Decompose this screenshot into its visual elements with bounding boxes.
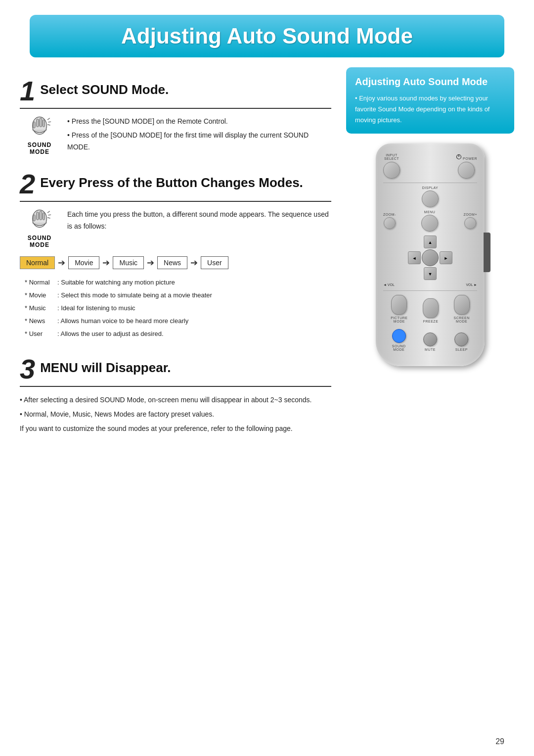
display-btn[interactable] (422, 190, 439, 207)
step2-section: 2 Every Press of the Button Changes Mode… (20, 170, 331, 340)
mute-label: MUTE (425, 348, 436, 351)
step1-title: Select SOUND Mode. (40, 77, 169, 97)
zoom-plus-label: ZOOM+ (463, 213, 477, 216)
step2-body-text: Each time you press the button, a differ… (67, 209, 331, 233)
dpad-up[interactable]: ▲ (424, 236, 437, 248)
step3-bullet2: • Normal, Movie, Music, News Modes are f… (20, 408, 312, 421)
mode-desc-news: * News : Allows human voice to be heard … (25, 315, 331, 328)
remote-top-row: INPUTSELECT POWER (383, 153, 477, 179)
step1-icon: SOUNDMODE (20, 116, 59, 155)
vol-right-label: VOL ► (466, 283, 477, 286)
step3-number: 3 (20, 355, 35, 383)
power-btn[interactable] (458, 162, 475, 179)
input-select-label: INPUTSELECT (384, 153, 399, 160)
vol-left-label: ◄ VOL (383, 283, 395, 286)
step1-header: 1 Select SOUND Mode. (20, 77, 331, 109)
step3-title: MENU will Disappear. (40, 355, 171, 376)
mute-group: MUTE (423, 332, 437, 351)
power-icon (456, 154, 462, 160)
hand-press-icon (25, 116, 54, 140)
mode-desc-user: * User : Allows the user to adjust as de… (25, 328, 331, 340)
svg-line-15 (47, 218, 50, 219)
svg-line-6 (48, 122, 51, 122)
input-select-btn[interactable] (383, 162, 400, 179)
display-label: DISPLAY (422, 186, 439, 189)
dpad: ▲ ▼ ◄ ► (408, 236, 452, 280)
svg-line-13 (47, 211, 50, 213)
right-column: Adjusting Auto Sound Mode • Enjoy variou… (346, 67, 514, 437)
sidebar-box-text: • Enjoy various sound modes by selecting… (355, 93, 505, 126)
mode-music: Music (113, 256, 144, 269)
page-title: Adjusting Auto Sound Mode (44, 24, 490, 48)
remote-divider-1 (383, 183, 477, 183)
step2-content: SOUNDMODE Each time you press the button… (20, 209, 331, 248)
mode-user: User (201, 256, 228, 269)
mode-desc-music: * Music : Ideal for listening to music (25, 302, 331, 315)
dpad-center[interactable] (422, 249, 439, 266)
mode-desc-normal: * Normal : Suitable for watching any mot… (25, 276, 331, 289)
step2-header: 2 Every Press of the Button Changes Mode… (20, 170, 331, 202)
mode-news: News (157, 256, 187, 269)
display-group: DISPLAY (383, 186, 477, 207)
mode-movie: Movie (68, 256, 99, 269)
arrow-1: ➔ (58, 257, 65, 268)
mode-descriptions: * Normal : Suitable for watching any mot… (25, 276, 331, 340)
arrow-3: ➔ (147, 257, 154, 268)
dpad-left[interactable]: ◄ (408, 251, 421, 264)
step3-section: 3 MENU will Disappear. • After selecting… (20, 355, 331, 437)
sound-mode-label: SOUNDMODE (392, 344, 406, 351)
step1-content: SOUNDMODE • Press the [SOUND MODE] on th… (20, 116, 331, 155)
mode-normal: Normal (20, 256, 55, 269)
vol-labels-row: ◄ VOL VOL ► (383, 283, 477, 286)
sound-mute-sleep-row: SOUNDMODE MUTE SLEEP (383, 329, 477, 351)
mode-desc-movie: * Movie : Select this mode to simulate b… (25, 289, 331, 302)
sleep-label: SLEEP (455, 348, 468, 351)
step2-body: Each time you press the button, a differ… (67, 209, 331, 233)
power-group: POWER (456, 154, 477, 179)
remote-stripe (484, 233, 490, 272)
zoom-plus-group: ZOOM+ (463, 213, 477, 229)
step3-content: • After selecting a desired SOUND Mode, … (20, 394, 331, 437)
menu-btn[interactable] (421, 215, 438, 232)
step3-header: 3 MENU will Disappear. (20, 355, 331, 387)
bottom-oval-row: PICTUREMODE FREEZE SCREENMODE (383, 295, 477, 323)
remote-divider-2 (383, 290, 477, 291)
page-title-bar: Adjusting Auto Sound Mode (30, 15, 504, 57)
remote-wrapper: INPUTSELECT POWER (346, 143, 514, 366)
freeze-btn[interactable] (423, 298, 439, 318)
svg-line-7 (47, 125, 50, 126)
picture-mode-label: PICTUREMODE (391, 316, 407, 323)
step3-bullet1: • After selecting a desired SOUND Mode, … (20, 394, 312, 406)
screen-mode-btn[interactable] (454, 295, 470, 315)
step2-icon-label: SOUNDMODE (28, 235, 51, 248)
mute-btn[interactable] (423, 332, 437, 346)
screen-mode-label: SCREENMODE (454, 316, 470, 323)
sleep-btn[interactable] (454, 332, 468, 346)
page-number: 29 (495, 737, 504, 746)
zoom-minus-group: ZOOM- (383, 213, 396, 229)
sound-mode-group: SOUNDMODE (392, 329, 406, 351)
sidebar-box-title: Adjusting Auto Sound Mode (355, 75, 505, 88)
power-label: POWER (456, 154, 477, 160)
svg-rect-11 (43, 213, 44, 220)
svg-line-5 (47, 118, 50, 120)
arrow-2: ➔ (102, 257, 110, 268)
svg-line-14 (48, 215, 51, 215)
step2-title: Every Press of the Button Changes Modes. (40, 170, 303, 190)
freeze-label: FREEZE (423, 320, 439, 323)
picture-mode-btn[interactable] (391, 295, 407, 315)
zoom-minus-btn[interactable] (384, 217, 396, 229)
dpad-right[interactable]: ► (440, 251, 452, 264)
step1-icon-label: SOUNDMODE (28, 142, 51, 155)
zoom-plus-btn[interactable] (464, 217, 476, 229)
input-select-group: INPUTSELECT (383, 153, 400, 179)
picture-mode-group: PICTUREMODE (391, 295, 407, 323)
svg-rect-9 (37, 212, 39, 220)
sound-mode-btn[interactable] (392, 329, 406, 343)
freeze-group: FREEZE (423, 298, 439, 323)
svg-rect-1 (37, 119, 39, 127)
dpad-down[interactable]: ▼ (424, 267, 437, 280)
hand-press-icon-2 (25, 209, 54, 233)
arrow-4: ➔ (190, 257, 198, 268)
menu-label: MENU (424, 210, 436, 214)
